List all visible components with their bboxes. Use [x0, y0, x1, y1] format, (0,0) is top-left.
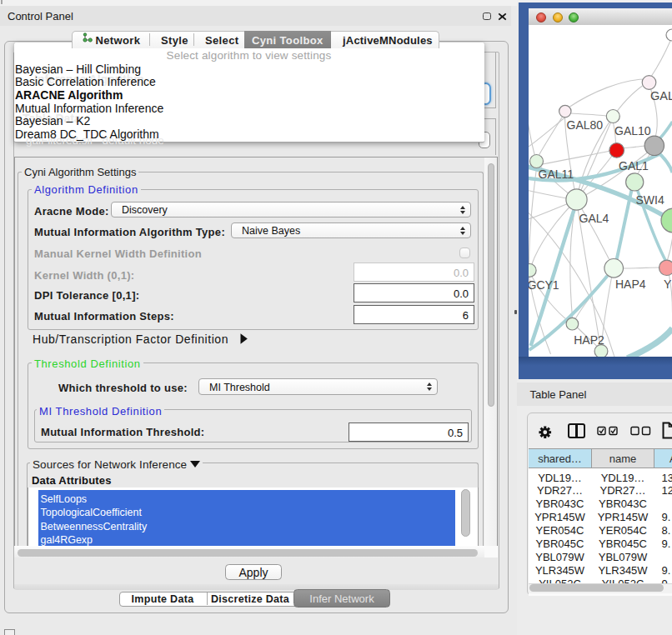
svg-text:GAL4: GAL4 [579, 212, 609, 225]
svg-text:HAP2: HAP2 [574, 333, 604, 347]
svg-text:GAL80: GAL80 [566, 118, 603, 132]
svg-text:GAL11: GAL11 [538, 168, 574, 181]
svg-text:Y: Y [664, 278, 672, 291]
svg-text:GCY1: GCY1 [529, 278, 559, 292]
svg-text:GAL1: GAL1 [619, 159, 649, 172]
svg-text:GAL: GAL [650, 89, 672, 102]
svg-text:HAP4: HAP4 [615, 278, 646, 291]
svg-text:GAL10: GAL10 [614, 124, 651, 138]
svg-text:SWI4: SWI4 [635, 193, 664, 207]
